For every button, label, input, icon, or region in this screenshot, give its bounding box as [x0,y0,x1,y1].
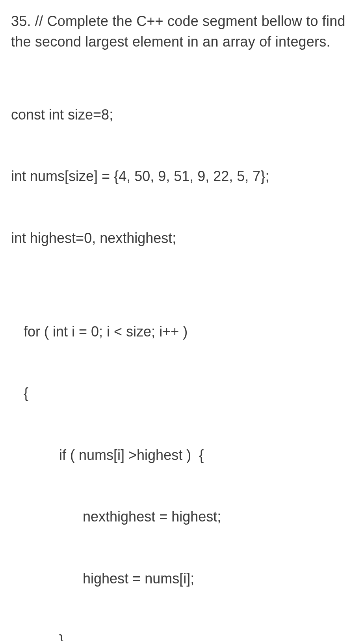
code-line: for ( int i = 0; i < size; i++ ) [24,321,353,342]
code-line: int highest=0, nexthighest; [11,228,353,249]
code-line: highest = nums[i]; [24,568,353,589]
code-line: const int size=8; [11,105,353,125]
question-prompt: 35. // Complete the C++ code segment bel… [11,11,353,52]
code-body: for ( int i = 0; i < size; i++ ) { if ( … [11,280,353,641]
code-line: { [24,383,353,404]
code-declarations: const int size=8; int nums[size] = {4, 5… [11,63,353,269]
question-number: 35. [11,13,31,29]
code-line: } [24,630,353,641]
code-line: if ( nums[i] >highest ) { [24,445,353,465]
code-line: int nums[size] = {4, 50, 9, 51, 9, 22, 5… [11,166,353,187]
code-line: nexthighest = highest; [24,506,353,527]
question-prompt-text: // Complete the C++ code segment bellow … [11,13,345,50]
